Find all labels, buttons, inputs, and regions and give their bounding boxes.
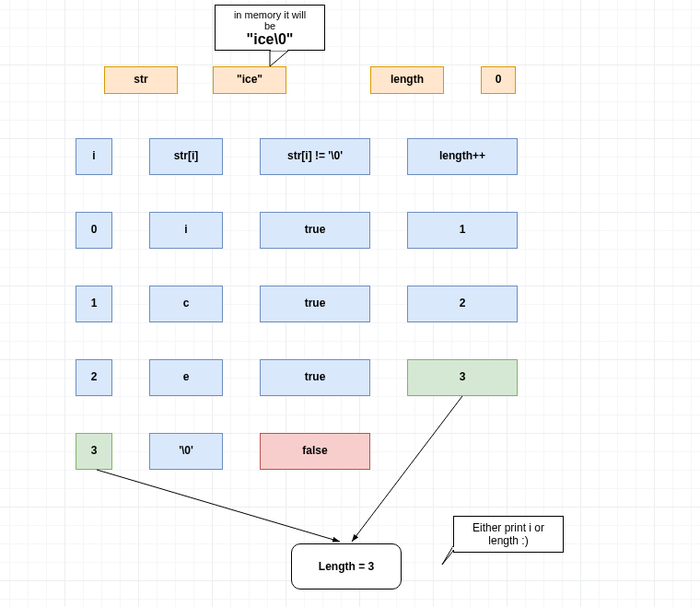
r3-i: 3 [76,433,112,470]
callout-print-l1: Either print i or [458,521,559,534]
r2-ch: e [149,359,223,396]
r0-i: 0 [76,212,112,249]
callout-print-l2: length :) [458,534,559,547]
var-length: length [370,66,444,94]
result-box: Length = 3 [291,543,402,589]
hdr-i: i [76,138,112,175]
r1-len: 2 [407,286,518,322]
callout-memory-l1: in memory it will [219,9,321,20]
callout-print: Either print i or length :) [453,516,564,553]
callout-memory: in memory it will be "ice\0" [215,5,325,51]
hdr-lenpp: length++ [407,138,518,175]
r0-len: 1 [407,212,518,249]
callout-memory-l2: be [219,20,321,31]
r2-i: 2 [76,359,112,396]
r1-ch: c [149,286,223,322]
r2-cond: true [260,359,370,396]
r3-ch: '\0' [149,433,223,470]
val-zero: 0 [481,66,516,94]
var-str: str [104,66,178,94]
hdr-stri: str[i] [149,138,223,175]
r1-i: 1 [76,286,112,322]
r3-cond: false [260,433,370,470]
r2-len: 3 [407,359,518,396]
hdr-cond: str[i] != '\0' [260,138,370,175]
callout-memory-big: "ice\0" [219,31,321,48]
r0-cond: true [260,212,370,249]
val-ice: "ice" [213,66,286,94]
r0-ch: i [149,212,223,249]
r1-cond: true [260,286,370,322]
